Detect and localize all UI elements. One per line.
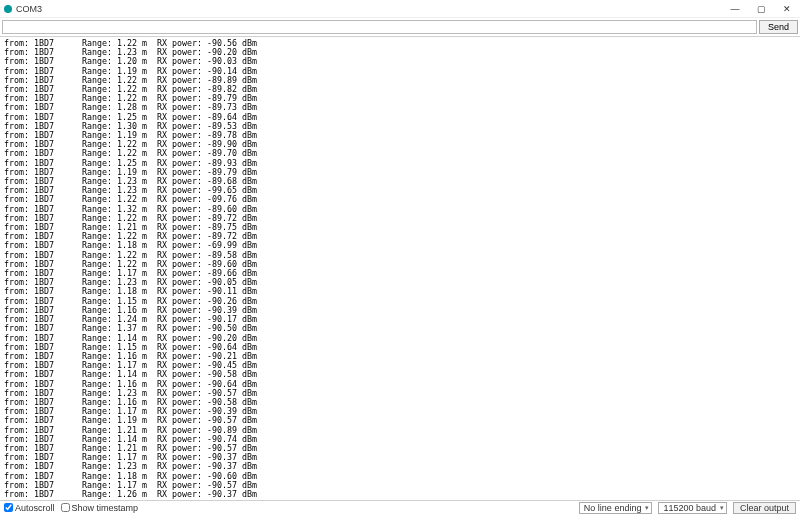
autoscroll-input[interactable]	[4, 503, 13, 512]
minimize-button[interactable]: —	[722, 0, 748, 18]
clear-output-button[interactable]: Clear output	[733, 502, 796, 514]
send-row: Send	[0, 18, 800, 37]
timestamp-input[interactable]	[61, 503, 70, 512]
line-ending-select[interactable]: No line ending	[579, 502, 653, 514]
maximize-button[interactable]: ▢	[748, 0, 774, 18]
serial-output: from: 1BD7Range: 1.22 mRX power: -90.56 …	[0, 37, 800, 500]
title-bar: COM3 — ▢ ✕	[0, 0, 800, 18]
timestamp-label: Show timestamp	[72, 503, 139, 513]
autoscroll-label: Autoscroll	[15, 503, 55, 513]
timestamp-checkbox[interactable]: Show timestamp	[61, 503, 139, 513]
close-button[interactable]: ✕	[774, 0, 800, 18]
baud-value: 115200 baud	[663, 503, 716, 513]
line-ending-value: No line ending	[584, 503, 642, 513]
baud-select[interactable]: 115200 baud	[658, 502, 727, 514]
window-controls: — ▢ ✕	[722, 0, 800, 18]
send-button[interactable]: Send	[759, 20, 798, 34]
autoscroll-checkbox[interactable]: Autoscroll	[4, 503, 55, 513]
status-bar: Autoscroll Show timestamp No line ending…	[0, 500, 800, 514]
window-title: COM3	[16, 4, 722, 14]
clear-label: Clear output	[740, 503, 789, 513]
log-line: from: 1BD7Range: 1.26 mRX power: -90.37 …	[4, 490, 800, 499]
app-icon	[4, 5, 12, 13]
serial-input[interactable]	[2, 20, 757, 34]
